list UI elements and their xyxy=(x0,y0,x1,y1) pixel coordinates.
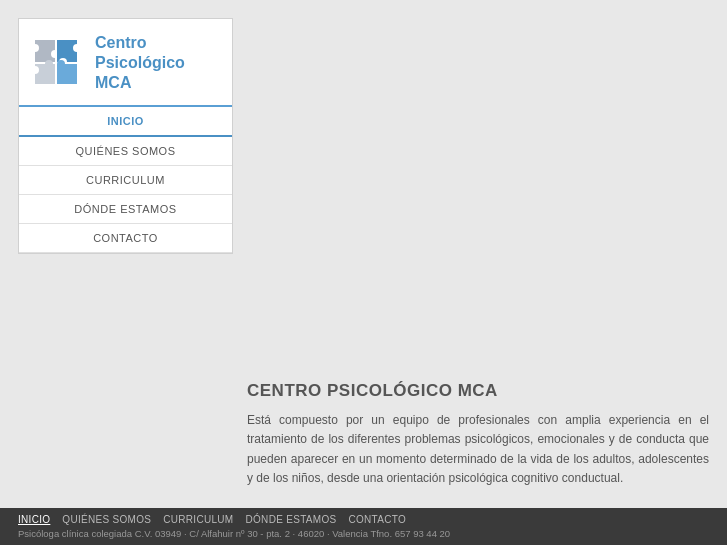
nav-item-contacto[interactable]: CONTACTO xyxy=(19,224,232,253)
footer-nav: INICIOQUIÉNES SOMOSCURRICULUMDÓNDE ESTAM… xyxy=(18,514,709,525)
nav-item-quiénes-somos[interactable]: QUIÉNES SOMOS xyxy=(19,137,232,166)
nav-item-inicio[interactable]: INICIO xyxy=(19,107,232,137)
footer-nav-quiénes-somos[interactable]: QUIÉNES SOMOS xyxy=(62,514,151,525)
logo-text: Centro Psicológico MCA xyxy=(95,33,185,93)
sidebar-logo: Centro Psicológico MCA xyxy=(19,19,232,107)
nav-item-dónde-estamos[interactable]: DÓNDE ESTAMOS xyxy=(19,195,232,224)
nav-menu: INICIOQUIÉNES SOMOSCURRICULUMDÓNDE ESTAM… xyxy=(19,107,232,253)
footer-info: Psicóloga clínica colegiada C.V. 03949 ·… xyxy=(18,528,709,539)
sidebar: Centro Psicológico MCA INICIOQUIÉNES SOM… xyxy=(18,18,233,254)
page-wrapper: Centro Psicológico MCA INICIOQUIÉNES SOM… xyxy=(0,0,727,545)
content-title: CENTRO PSICOLÓGICO MCA xyxy=(247,381,709,401)
main-content: CENTRO PSICOLÓGICO MCA Está compuesto po… xyxy=(247,18,709,498)
footer-nav-inicio[interactable]: INICIO xyxy=(18,514,50,525)
main-area: Centro Psicológico MCA INICIOQUIÉNES SOM… xyxy=(0,0,727,508)
footer-nav-dónde-estamos[interactable]: DÓNDE ESTAMOS xyxy=(246,514,337,525)
content-box: CENTRO PSICOLÓGICO MCA Está compuesto po… xyxy=(247,381,709,488)
nav-item-curriculum[interactable]: CURRICULUM xyxy=(19,166,232,195)
footer: INICIOQUIÉNES SOMOSCURRICULUMDÓNDE ESTAM… xyxy=(0,508,727,545)
footer-nav-contacto[interactable]: CONTACTO xyxy=(348,514,406,525)
footer-nav-curriculum[interactable]: CURRICULUM xyxy=(163,514,233,525)
content-body: Está compuesto por un equipo de profesio… xyxy=(247,411,709,488)
logo-puzzle-icon xyxy=(31,36,85,90)
